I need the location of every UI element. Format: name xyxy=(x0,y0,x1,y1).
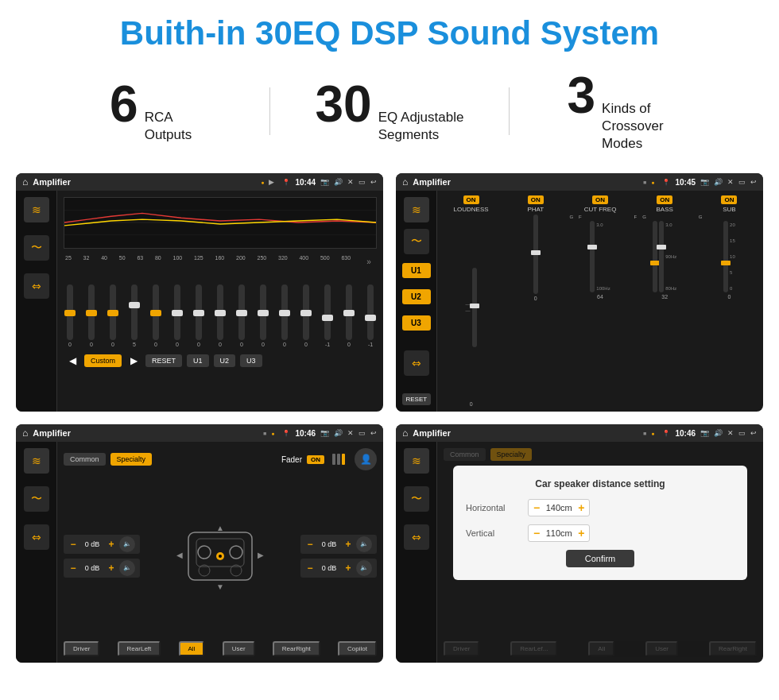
confirm-button[interactable]: Confirm xyxy=(566,550,635,567)
eq-slider-9[interactable]: 0 xyxy=(260,284,266,347)
sub-freq3: 10 xyxy=(730,254,735,259)
bass-f: F xyxy=(634,215,638,219)
eq-slider-2[interactable]: 0 xyxy=(110,284,116,347)
dialog-wave-icon[interactable]: 〜 xyxy=(404,486,429,512)
prev-button[interactable]: ◀ xyxy=(65,354,79,368)
amp-filter-icon[interactable]: ≋ xyxy=(404,197,429,222)
eq-slider-14[interactable]: -1 xyxy=(367,284,374,347)
dialog-horizontal-label: Horizontal xyxy=(466,503,521,512)
stat-eq-number: 30 xyxy=(316,79,372,130)
fader-content: ≋ 〜 ⇔ Common Specialty Fader ON xyxy=(16,442,383,663)
amp-arrows-icon[interactable]: ⇔ xyxy=(404,350,429,376)
stat-rca: 6 RCA Outputs xyxy=(48,79,254,144)
custom-button[interactable]: Custom xyxy=(84,354,122,367)
dialog-vertical-row: Vertical − 110cm + xyxy=(466,524,734,542)
eq-arrows-icon[interactable]: ⇔ xyxy=(24,273,49,299)
amp-u2-btn[interactable]: U2 xyxy=(402,289,431,304)
rr-minus-btn[interactable]: − xyxy=(305,563,315,574)
horizontal-minus-btn[interactable]: − xyxy=(533,501,540,514)
dialog-rearleft-btn: RearLef... xyxy=(510,641,557,656)
bass-on-badge[interactable]: ON xyxy=(657,195,672,204)
eq-val-8: 0 xyxy=(240,342,243,347)
loudness-on-badge[interactable]: ON xyxy=(463,195,479,204)
u1-button[interactable]: U1 xyxy=(187,354,209,367)
eq-main-area: 25 32 40 50 63 80 100 125 160 200 250 32… xyxy=(57,191,383,412)
fader-user-icon[interactable]: 👤 xyxy=(355,448,377,470)
rr-plus-btn[interactable]: + xyxy=(343,563,353,574)
fader-time: 10:46 xyxy=(295,429,316,438)
driver-btn[interactable]: Driver xyxy=(64,641,99,656)
eq-back-icon: ↩ xyxy=(370,178,377,186)
bass-slider2[interactable] xyxy=(659,221,664,292)
fader-left-controls: − 0 dB + 🔈 − 0 dB + 🔈 xyxy=(64,475,140,636)
amp-u3-btn[interactable]: U3 xyxy=(402,315,431,331)
eq-filter-icon[interactable]: ≋ xyxy=(24,197,49,222)
fader-on-badge[interactable]: ON xyxy=(307,455,324,464)
dialog-filter-icon[interactable]: ≋ xyxy=(404,448,429,474)
common-mode-btn[interactable]: Common xyxy=(64,453,106,466)
horizontal-plus-btn[interactable]: + xyxy=(578,501,584,514)
eq-slider-8[interactable]: 0 xyxy=(238,284,245,347)
fader-wave-icon[interactable]: 〜 xyxy=(24,486,49,512)
rl-plus-btn[interactable]: + xyxy=(107,563,116,574)
phat-slider[interactable] xyxy=(533,215,538,294)
fader-filter-icon[interactable]: ≋ xyxy=(24,448,49,474)
specialty-mode-btn[interactable]: Specialty xyxy=(110,453,153,466)
sub-on-badge[interactable]: ON xyxy=(721,195,737,204)
user-btn[interactable]: User xyxy=(223,641,255,656)
amp-u1-btn[interactable]: U1 xyxy=(402,263,431,278)
expand-icon[interactable]: » xyxy=(362,255,375,268)
eq-slider-3[interactable]: 5 xyxy=(131,284,138,347)
eq-val-14: -1 xyxy=(368,342,373,347)
copilot-btn[interactable]: Copilot xyxy=(338,641,377,656)
u2-button[interactable]: U2 xyxy=(214,354,236,367)
bass-slider1[interactable] xyxy=(653,221,657,292)
eq-val-3: 5 xyxy=(133,342,136,347)
amp-reset-btn[interactable]: RESET xyxy=(402,393,431,405)
vertical-plus-btn[interactable]: + xyxy=(578,527,584,540)
cutfreq-on-badge[interactable]: ON xyxy=(592,195,608,204)
fl-minus-btn[interactable]: − xyxy=(68,539,78,550)
eq-wave-icon[interactable]: 〜 xyxy=(24,235,49,261)
rl-minus-btn[interactable]: − xyxy=(68,563,78,574)
rear-left-btn[interactable]: RearLeft xyxy=(118,641,161,656)
cutfreq-slider1[interactable] xyxy=(590,221,595,292)
eq-slider-1[interactable]: 0 xyxy=(88,284,95,347)
eq-slider-4[interactable]: 0 xyxy=(153,284,159,347)
eq-slider-6[interactable]: 0 xyxy=(196,284,202,347)
front-right-db-control: − 0 dB + 🔈 xyxy=(300,535,377,554)
eq-play-indicator: ▶ xyxy=(269,178,274,186)
vertical-minus-btn[interactable]: − xyxy=(533,527,540,540)
loudness-val: 0 xyxy=(470,401,473,407)
loudness-slider[interactable] xyxy=(472,268,477,347)
horizontal-control: − 140cm + xyxy=(528,499,590,516)
dialog-arrows-icon[interactable]: ⇔ xyxy=(404,524,429,550)
eq-slider-5[interactable]: 0 xyxy=(174,284,180,347)
reset-button[interactable]: RESET xyxy=(145,354,182,367)
all-btn[interactable]: All xyxy=(179,641,205,656)
phat-on-badge[interactable]: ON xyxy=(528,195,544,204)
u3-button[interactable]: U3 xyxy=(240,354,262,367)
fader-mode-row: Common Specialty Fader ON 👤 xyxy=(64,448,377,470)
eq-slider-12[interactable]: -1 xyxy=(324,284,331,347)
amp-bass-ch: ON BASS F G 3.0 xyxy=(634,195,696,407)
stat-divider-2 xyxy=(509,87,510,135)
fader-arrows-icon[interactable]: ⇔ xyxy=(24,524,49,550)
fl-plus-btn[interactable]: + xyxy=(107,539,116,550)
sub-freq2: 15 xyxy=(730,238,735,243)
eq-slider-11[interactable]: 0 xyxy=(303,284,309,347)
eq-slider-10[interactable]: 0 xyxy=(281,284,288,347)
eq-slider-13[interactable]: 0 xyxy=(346,284,352,347)
rear-right-btn[interactable]: RearRight xyxy=(273,641,320,656)
fr-plus-btn[interactable]: + xyxy=(343,539,353,550)
amp-wave-icon[interactable]: 〜 xyxy=(404,229,429,254)
eq-dot1: ● xyxy=(261,180,264,185)
eq-screen-card: ⌂ Amplifier ● ▶ 📍 10:44 📷 🔊 ✕ ▭ ↩ ≋ 〜 ⇔ xyxy=(16,173,383,412)
eq-slider-7[interactable]: 0 xyxy=(217,284,223,347)
fr-minus-btn[interactable]: − xyxy=(305,539,315,550)
fl-speaker-icon: 🔈 xyxy=(119,536,135,552)
next-button[interactable]: ▶ xyxy=(126,354,141,368)
sub-label: SUB xyxy=(723,206,735,213)
sub-slider[interactable] xyxy=(723,221,728,292)
eq-slider-0[interactable]: 0 xyxy=(67,284,73,347)
